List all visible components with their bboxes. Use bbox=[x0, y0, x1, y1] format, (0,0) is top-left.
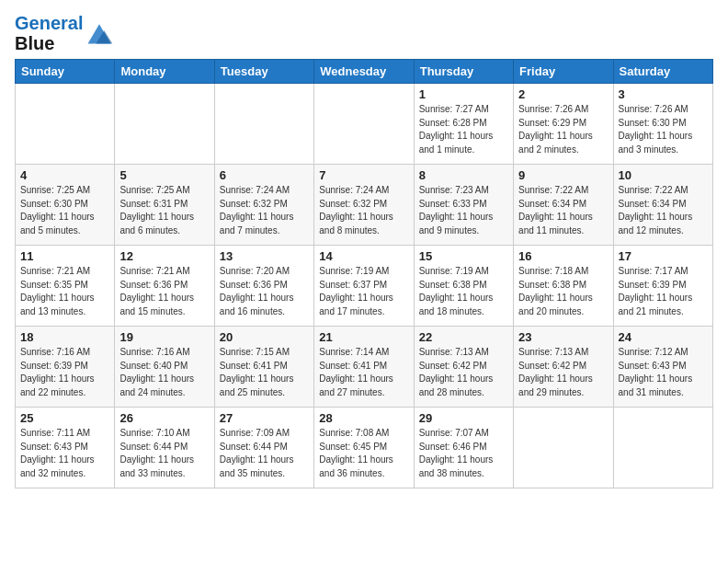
calendar-cell: 3Sunrise: 7:26 AM Sunset: 6:30 PM Daylig… bbox=[613, 84, 712, 165]
day-info: Sunrise: 7:26 AM Sunset: 6:30 PM Dayligh… bbox=[619, 103, 708, 156]
week-row-3: 11Sunrise: 7:21 AM Sunset: 6:35 PM Dayli… bbox=[16, 246, 713, 327]
calendar-cell bbox=[314, 84, 414, 165]
calendar-cell: 24Sunrise: 7:12 AM Sunset: 6:43 PM Dayli… bbox=[613, 327, 712, 408]
day-info: Sunrise: 7:11 AM Sunset: 6:43 PM Dayligh… bbox=[20, 427, 109, 480]
day-info: Sunrise: 7:18 AM Sunset: 6:38 PM Dayligh… bbox=[518, 265, 608, 318]
day-number: 3 bbox=[619, 87, 708, 101]
day-info: Sunrise: 7:07 AM Sunset: 6:46 PM Dayligh… bbox=[419, 427, 508, 480]
calendar-cell: 1Sunrise: 7:27 AM Sunset: 6:28 PM Daylig… bbox=[414, 84, 513, 165]
day-info: Sunrise: 7:13 AM Sunset: 6:42 PM Dayligh… bbox=[518, 346, 608, 399]
header: General Blue bbox=[15, 9, 713, 53]
calendar-cell: 25Sunrise: 7:11 AM Sunset: 6:43 PM Dayli… bbox=[16, 408, 115, 488]
day-number: 14 bbox=[319, 249, 408, 263]
day-number: 29 bbox=[419, 411, 508, 425]
day-info: Sunrise: 7:16 AM Sunset: 6:40 PM Dayligh… bbox=[119, 346, 209, 399]
calendar-cell: 22Sunrise: 7:13 AM Sunset: 6:42 PM Dayli… bbox=[414, 327, 513, 408]
day-number: 12 bbox=[119, 249, 209, 263]
day-info: Sunrise: 7:23 AM Sunset: 6:33 PM Dayligh… bbox=[419, 184, 508, 237]
day-number: 8 bbox=[419, 168, 508, 182]
weekday-header-thursday: Thursday bbox=[414, 60, 513, 84]
day-info: Sunrise: 7:13 AM Sunset: 6:42 PM Dayligh… bbox=[419, 346, 508, 399]
day-info: Sunrise: 7:09 AM Sunset: 6:44 PM Dayligh… bbox=[220, 427, 309, 480]
day-info: Sunrise: 7:25 AM Sunset: 6:31 PM Dayligh… bbox=[119, 184, 209, 237]
day-info: Sunrise: 7:08 AM Sunset: 6:45 PM Dayligh… bbox=[319, 427, 408, 480]
day-number: 7 bbox=[319, 168, 408, 182]
day-number: 11 bbox=[20, 249, 109, 263]
day-number: 27 bbox=[220, 411, 309, 425]
day-number: 25 bbox=[20, 411, 109, 425]
weekday-header-tuesday: Tuesday bbox=[214, 60, 313, 84]
day-info: Sunrise: 7:16 AM Sunset: 6:39 PM Dayligh… bbox=[20, 346, 109, 399]
calendar-cell: 5Sunrise: 7:25 AM Sunset: 6:31 PM Daylig… bbox=[115, 165, 214, 246]
calendar-page: General Blue SundayMondayTuesdayWednesda… bbox=[0, 0, 728, 563]
calendar-table: SundayMondayTuesdayWednesdayThursdayFrid… bbox=[15, 59, 713, 488]
calendar-cell: 28Sunrise: 7:08 AM Sunset: 6:45 PM Dayli… bbox=[314, 408, 414, 488]
calendar-cell: 11Sunrise: 7:21 AM Sunset: 6:35 PM Dayli… bbox=[16, 246, 115, 327]
day-number: 20 bbox=[220, 330, 309, 344]
day-number: 23 bbox=[518, 330, 608, 344]
calendar-cell: 15Sunrise: 7:19 AM Sunset: 6:38 PM Dayli… bbox=[414, 246, 513, 327]
day-number: 16 bbox=[518, 249, 608, 263]
day-number: 4 bbox=[20, 168, 109, 182]
day-info: Sunrise: 7:26 AM Sunset: 6:29 PM Dayligh… bbox=[518, 103, 608, 156]
weekday-header-friday: Friday bbox=[514, 60, 613, 84]
logo-line2: Blue bbox=[15, 33, 83, 53]
calendar-cell bbox=[214, 84, 313, 165]
day-number: 18 bbox=[20, 330, 109, 344]
day-info: Sunrise: 7:24 AM Sunset: 6:32 PM Dayligh… bbox=[319, 184, 408, 237]
day-number: 5 bbox=[119, 168, 209, 182]
day-info: Sunrise: 7:20 AM Sunset: 6:36 PM Dayligh… bbox=[220, 265, 309, 318]
calendar-cell bbox=[16, 84, 115, 165]
day-info: Sunrise: 7:12 AM Sunset: 6:43 PM Dayligh… bbox=[619, 346, 708, 399]
day-info: Sunrise: 7:27 AM Sunset: 6:28 PM Dayligh… bbox=[419, 103, 508, 156]
calendar-cell: 26Sunrise: 7:10 AM Sunset: 6:44 PM Dayli… bbox=[115, 408, 214, 488]
day-info: Sunrise: 7:21 AM Sunset: 6:35 PM Dayligh… bbox=[20, 265, 109, 318]
calendar-cell bbox=[514, 408, 613, 488]
week-row-4: 18Sunrise: 7:16 AM Sunset: 6:39 PM Dayli… bbox=[16, 327, 713, 408]
weekday-header-saturday: Saturday bbox=[613, 60, 712, 84]
day-info: Sunrise: 7:10 AM Sunset: 6:44 PM Dayligh… bbox=[119, 427, 209, 480]
calendar-cell: 2Sunrise: 7:26 AM Sunset: 6:29 PM Daylig… bbox=[514, 84, 613, 165]
calendar-cell: 27Sunrise: 7:09 AM Sunset: 6:44 PM Dayli… bbox=[214, 408, 313, 488]
day-info: Sunrise: 7:21 AM Sunset: 6:36 PM Dayligh… bbox=[119, 265, 209, 318]
calendar-cell: 10Sunrise: 7:22 AM Sunset: 6:34 PM Dayli… bbox=[613, 165, 712, 246]
day-number: 2 bbox=[518, 87, 608, 101]
calendar-cell: 17Sunrise: 7:17 AM Sunset: 6:39 PM Dayli… bbox=[613, 246, 712, 327]
weekday-header-wednesday: Wednesday bbox=[314, 60, 414, 84]
day-number: 24 bbox=[619, 330, 708, 344]
day-number: 15 bbox=[419, 249, 508, 263]
day-number: 13 bbox=[220, 249, 309, 263]
calendar-cell: 12Sunrise: 7:21 AM Sunset: 6:36 PM Dayli… bbox=[115, 246, 214, 327]
day-info: Sunrise: 7:24 AM Sunset: 6:32 PM Dayligh… bbox=[220, 184, 309, 237]
calendar-cell: 7Sunrise: 7:24 AM Sunset: 6:32 PM Daylig… bbox=[314, 165, 414, 246]
weekday-header-sunday: Sunday bbox=[16, 60, 115, 84]
week-row-1: 1Sunrise: 7:27 AM Sunset: 6:28 PM Daylig… bbox=[16, 84, 713, 165]
day-info: Sunrise: 7:17 AM Sunset: 6:39 PM Dayligh… bbox=[619, 265, 708, 318]
calendar-cell: 14Sunrise: 7:19 AM Sunset: 6:37 PM Dayli… bbox=[314, 246, 414, 327]
day-info: Sunrise: 7:19 AM Sunset: 6:37 PM Dayligh… bbox=[319, 265, 408, 318]
logo: General Blue bbox=[15, 13, 114, 53]
day-number: 1 bbox=[419, 87, 508, 101]
day-info: Sunrise: 7:22 AM Sunset: 6:34 PM Dayligh… bbox=[518, 184, 608, 237]
calendar-cell: 29Sunrise: 7:07 AM Sunset: 6:46 PM Dayli… bbox=[414, 408, 513, 488]
day-info: Sunrise: 7:19 AM Sunset: 6:38 PM Dayligh… bbox=[419, 265, 508, 318]
calendar-cell: 21Sunrise: 7:14 AM Sunset: 6:41 PM Dayli… bbox=[314, 327, 414, 408]
calendar-cell: 13Sunrise: 7:20 AM Sunset: 6:36 PM Dayli… bbox=[214, 246, 313, 327]
calendar-cell: 6Sunrise: 7:24 AM Sunset: 6:32 PM Daylig… bbox=[214, 165, 313, 246]
calendar-cell: 23Sunrise: 7:13 AM Sunset: 6:42 PM Dayli… bbox=[514, 327, 613, 408]
calendar-cell: 9Sunrise: 7:22 AM Sunset: 6:34 PM Daylig… bbox=[514, 165, 613, 246]
day-number: 17 bbox=[619, 249, 708, 263]
day-number: 21 bbox=[319, 330, 408, 344]
day-number: 22 bbox=[419, 330, 508, 344]
week-row-2: 4Sunrise: 7:25 AM Sunset: 6:30 PM Daylig… bbox=[16, 165, 713, 246]
day-info: Sunrise: 7:22 AM Sunset: 6:34 PM Dayligh… bbox=[619, 184, 708, 237]
day-number: 26 bbox=[119, 411, 209, 425]
calendar-cell: 20Sunrise: 7:15 AM Sunset: 6:41 PM Dayli… bbox=[214, 327, 313, 408]
logo-icon bbox=[85, 20, 114, 46]
logo-line1: General bbox=[15, 13, 83, 33]
calendar-cell: 19Sunrise: 7:16 AM Sunset: 6:40 PM Dayli… bbox=[115, 327, 214, 408]
weekday-header-monday: Monday bbox=[115, 60, 214, 84]
calendar-cell bbox=[613, 408, 712, 488]
day-number: 28 bbox=[319, 411, 408, 425]
day-info: Sunrise: 7:25 AM Sunset: 6:30 PM Dayligh… bbox=[20, 184, 109, 237]
